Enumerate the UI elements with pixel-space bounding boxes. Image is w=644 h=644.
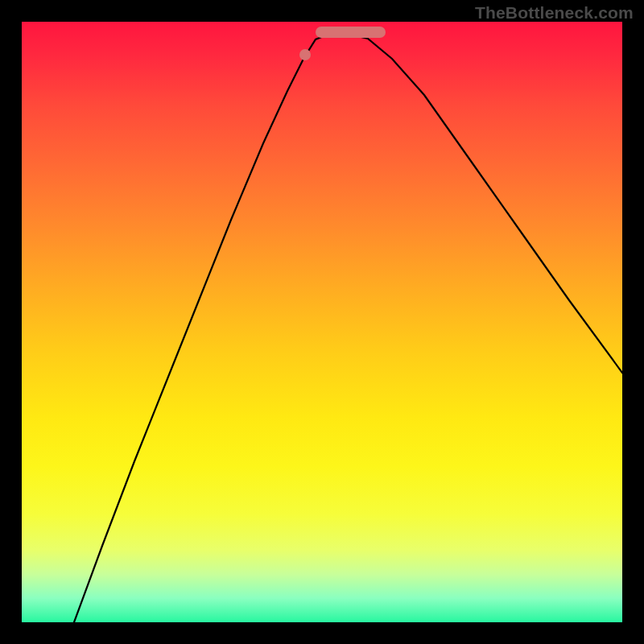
bottleneck-curve xyxy=(22,22,622,622)
chart-plot-area xyxy=(22,22,622,622)
attribution-text: TheBottleneck.com xyxy=(475,3,634,23)
